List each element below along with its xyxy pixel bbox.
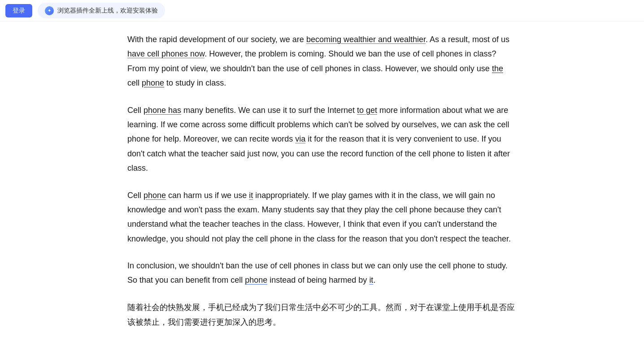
underlined-phrase-4: to get bbox=[357, 106, 377, 115]
plugin-icon: ✦ bbox=[45, 6, 54, 15]
underlined-word-6: phone bbox=[245, 276, 267, 284]
header-bar: 登录 ✦ 浏览器插件全新上线，欢迎安装体验 bbox=[0, 0, 644, 22]
login-button[interactable]: 登录 bbox=[5, 4, 32, 17]
paragraph-5-chinese: 随着社会的快熟发展，手机已经成为了我们日常生活中必不可少的工具。然而，对于在课堂… bbox=[127, 300, 517, 330]
paragraph-2: Cell phone has many benefits. We can use… bbox=[127, 103, 517, 176]
underlined-word-4: phone bbox=[144, 191, 166, 200]
underlined-word-3: via bbox=[295, 134, 305, 143]
underlined-word-1: the bbox=[492, 64, 503, 73]
underlined-word-5: it bbox=[249, 191, 253, 200]
paragraph-4: In conclusion, we shouldn't ban the use … bbox=[127, 259, 517, 288]
underlined-word-2: phone bbox=[142, 78, 164, 87]
underlined-phrase-2: have cell phones now bbox=[127, 49, 205, 58]
paragraph-3: Cell phone can harm us if we use it inap… bbox=[127, 188, 517, 246]
underlined-word-7: it bbox=[369, 276, 373, 284]
content-area: With the rapid development of our societ… bbox=[0, 22, 644, 360]
underlined-phrase-3: phone has bbox=[144, 106, 181, 115]
underlined-phrase-1: becoming wealthier and wealthier bbox=[306, 35, 426, 44]
article-body: With the rapid development of our societ… bbox=[0, 32, 644, 330]
plugin-text: 浏览器插件全新上线，欢迎安装体验 bbox=[57, 5, 158, 16]
paragraph-1: With the rapid development of our societ… bbox=[127, 32, 517, 90]
plugin-banner[interactable]: ✦ 浏览器插件全新上线，欢迎安装体验 bbox=[38, 3, 165, 18]
